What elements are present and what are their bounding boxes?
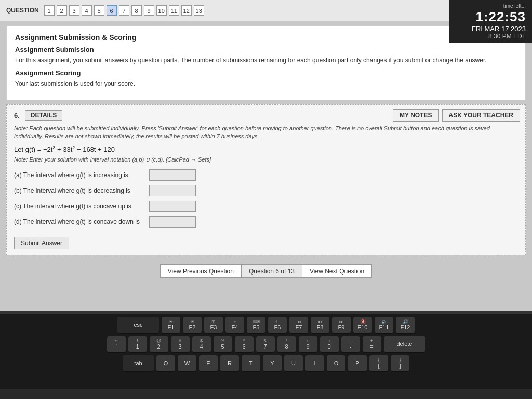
q-num-4[interactable]: 4: [82, 5, 92, 16]
next-question-button[interactable]: View Next Question: [302, 264, 372, 278]
q-num-9[interactable]: 9: [144, 5, 154, 16]
key-f4[interactable]: ⌕F4: [225, 317, 244, 334]
timer-display: 1:22:53: [455, 9, 526, 25]
key-f5[interactable]: ⌨F5: [247, 317, 265, 334]
key-y[interactable]: Y: [263, 355, 282, 372]
key-p[interactable]: P: [348, 355, 367, 372]
key-backtick[interactable]: ~`: [107, 336, 126, 353]
key-f3[interactable]: ⊞F3: [204, 317, 223, 334]
key-f1[interactable]: ☀F1: [162, 317, 180, 334]
key-9[interactable]: (9: [299, 336, 317, 353]
timer-date: FRI MAR 17 2023: [455, 25, 526, 33]
key-0[interactable]: )0: [320, 336, 339, 353]
key-1[interactable]: !1: [128, 336, 147, 353]
laptop-body-bottom: [0, 389, 532, 399]
submission-note: Note: Each question will be submitted in…: [14, 125, 518, 141]
key-rbracket[interactable]: }]: [391, 355, 409, 372]
part-c-input[interactable]: [149, 201, 196, 212]
key-4[interactable]: $4: [192, 336, 211, 353]
keyboard-area: esc ☀F1 ☀F2 ⊞F3 ⌕F4 ⌨F5 ☾F6 ⏮F7 ⏯F8 ⏭F9 …: [0, 312, 532, 399]
q-num-11[interactable]: 11: [169, 5, 179, 16]
key-f6[interactable]: ☾F6: [268, 317, 287, 334]
key-2[interactable]: @2: [150, 336, 168, 353]
question-number: 6.: [14, 112, 20, 119]
q-num-13[interactable]: 13: [194, 5, 204, 16]
timer-box: time left... 1:22:53 FRI MAR 17 2023 8:3…: [449, 0, 532, 43]
assignment-panel: Assignment Submission & Scoring Assignme…: [6, 25, 526, 100]
q-num-5[interactable]: 5: [94, 5, 104, 16]
key-tab[interactable]: tab: [123, 355, 154, 372]
q-num-1[interactable]: 1: [44, 5, 55, 16]
key-r[interactable]: R: [220, 355, 239, 372]
key-t[interactable]: T: [242, 355, 260, 372]
timer-timezone: 8:30 PM EDT: [455, 33, 526, 40]
key-i[interactable]: I: [305, 355, 324, 372]
q-num-7[interactable]: 7: [119, 5, 129, 16]
keyboard-row-num: ~` !1 @2 #3 $4 %5 ^6 &7 *8 (9 )0 —- += d…: [10, 336, 522, 353]
key-o[interactable]: O: [327, 355, 345, 372]
question-counter: Question 6 of 13: [242, 264, 302, 278]
q-num-6[interactable]: 6: [107, 5, 117, 16]
key-f8[interactable]: ⏯F8: [311, 317, 329, 334]
key-lbracket[interactable]: {[: [369, 355, 388, 372]
part-c-label: (c) The interval where g(t) is concave u…: [14, 203, 149, 210]
key-f12[interactable]: 🔊F12: [396, 317, 415, 334]
keyboard-row-qwerty: tab Q W E R T Y U I O P {[ }]: [10, 355, 522, 372]
part-c-row: (c) The interval where g(t) is concave u…: [14, 201, 518, 212]
key-f9[interactable]: ⏭F9: [332, 317, 351, 334]
navigation-bar: View Previous Question Question 6 of 13 …: [0, 260, 532, 282]
key-f11[interactable]: 🔉F11: [375, 317, 393, 334]
details-button[interactable]: DETAILS: [25, 110, 62, 121]
key-f7[interactable]: ⏮F7: [289, 317, 308, 334]
keyboard-row-fn: esc ☀F1 ☀F2 ⊞F3 ⌕F4 ⌨F5 ☾F6 ⏮F7 ⏯F8 ⏭F9 …: [10, 317, 522, 334]
q-num-2[interactable]: 2: [57, 5, 67, 16]
scoring-text: Your last submission is used for your sc…: [15, 79, 517, 88]
submission-text: For this assignment, you submit answers …: [15, 56, 517, 65]
key-w[interactable]: W: [178, 355, 196, 372]
action-buttons: MY NOTES ASK YOUR TEACHER: [393, 109, 520, 122]
keyboard: esc ☀F1 ☀F2 ⊞F3 ⌕F4 ⌨F5 ☾F6 ⏮F7 ⏯F8 ⏭F9 …: [0, 312, 532, 380]
key-f2[interactable]: ☀F2: [183, 317, 202, 334]
key-6[interactable]: ^6: [235, 336, 254, 353]
submission-title: Assignment Submission: [15, 46, 517, 54]
key-f10[interactable]: 🔇F10: [353, 317, 372, 334]
q-num-8[interactable]: 8: [131, 5, 142, 16]
part-b-input[interactable]: [149, 185, 196, 196]
key-u[interactable]: U: [284, 355, 303, 372]
part-a-label: (a) The interval where g(t) is increasin…: [14, 171, 149, 179]
key-7[interactable]: &7: [256, 336, 275, 353]
key-minus[interactable]: —-: [341, 336, 360, 353]
part-b-row: (b) The interval where g(t) is decreasin…: [14, 185, 518, 196]
ask-teacher-button[interactable]: ASK YOUR TEACHER: [442, 109, 520, 122]
equation-display: Let g(t) = −2t3 + 33t2 − 168t + 120: [14, 145, 518, 153]
scoring-title: Assignment Scoring: [15, 69, 517, 77]
assignment-title: Assignment Submission & Scoring: [15, 33, 517, 42]
part-a-row: (a) The interval where g(t) is increasin…: [14, 169, 518, 181]
submit-answer-button[interactable]: Submit Answer: [14, 237, 69, 249]
screen: time left... 1:22:53 FRI MAR 17 2023 8:3…: [0, 0, 532, 312]
q-num-10[interactable]: 10: [156, 5, 167, 16]
timer-left-label: time left...: [455, 3, 526, 9]
q-num-3[interactable]: 3: [69, 5, 79, 16]
q-num-12[interactable]: 12: [181, 5, 192, 16]
question-parts: (a) The interval where g(t) is increasin…: [14, 169, 518, 228]
part-d-label: (d) The interval where g(t) is concave d…: [14, 218, 149, 225]
key-equals[interactable]: +=: [363, 336, 381, 353]
key-5[interactable]: %5: [214, 336, 232, 353]
part-d-input[interactable]: [149, 216, 196, 228]
key-esc[interactable]: esc: [117, 317, 159, 334]
key-8[interactable]: *8: [277, 336, 296, 353]
question-bar-label: QUESTION: [6, 7, 39, 14]
key-3[interactable]: #3: [171, 336, 190, 353]
part-a-input[interactable]: [149, 169, 196, 181]
notation-note: Note: Enter your solution with interval …: [14, 156, 518, 163]
question-section: 6. DETAILS MY NOTES ASK YOUR TEACHER Not…: [6, 104, 526, 255]
prev-question-button[interactable]: View Previous Question: [160, 264, 242, 278]
key-q[interactable]: Q: [156, 355, 175, 372]
key-e[interactable]: E: [199, 355, 218, 372]
my-notes-button[interactable]: MY NOTES: [393, 109, 438, 122]
key-delete[interactable]: delete: [384, 336, 425, 353]
part-d-row: (d) The interval where g(t) is concave d…: [14, 216, 518, 228]
part-b-label: (b) The interval where g(t) is decreasin…: [14, 187, 149, 194]
